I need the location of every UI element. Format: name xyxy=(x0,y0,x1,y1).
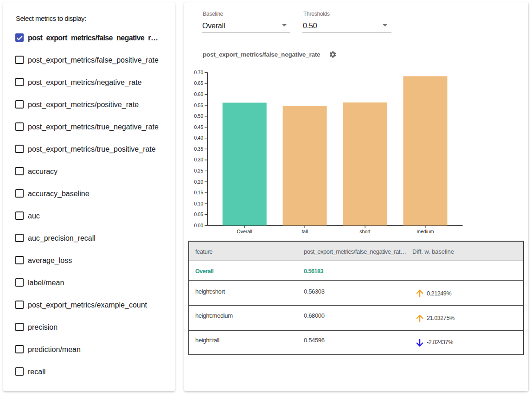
svg-text:0.70: 0.70 xyxy=(194,70,204,75)
svg-text:0.15: 0.15 xyxy=(194,190,204,195)
svg-text:0.20: 0.20 xyxy=(194,179,204,185)
svg-text:medium: medium xyxy=(417,229,434,234)
svg-text:0.05: 0.05 xyxy=(194,212,204,217)
svg-text:0.40: 0.40 xyxy=(194,135,204,141)
svg-text:tall: tall xyxy=(301,229,308,234)
svg-text:0.30: 0.30 xyxy=(194,157,204,162)
svg-text:0.10: 0.10 xyxy=(194,201,204,206)
svg-text:0.55: 0.55 xyxy=(194,103,204,108)
svg-text:0.25: 0.25 xyxy=(194,168,204,173)
svg-text:short: short xyxy=(359,229,370,234)
svg-text:Overall: Overall xyxy=(237,229,252,234)
svg-text:0.00: 0.00 xyxy=(194,223,204,228)
svg-text:0.50: 0.50 xyxy=(194,114,204,119)
svg-text:0.35: 0.35 xyxy=(194,147,204,152)
svg-text:0.45: 0.45 xyxy=(194,125,204,130)
svg-text:0.60: 0.60 xyxy=(194,92,204,97)
svg-text:0.65: 0.65 xyxy=(194,81,204,86)
